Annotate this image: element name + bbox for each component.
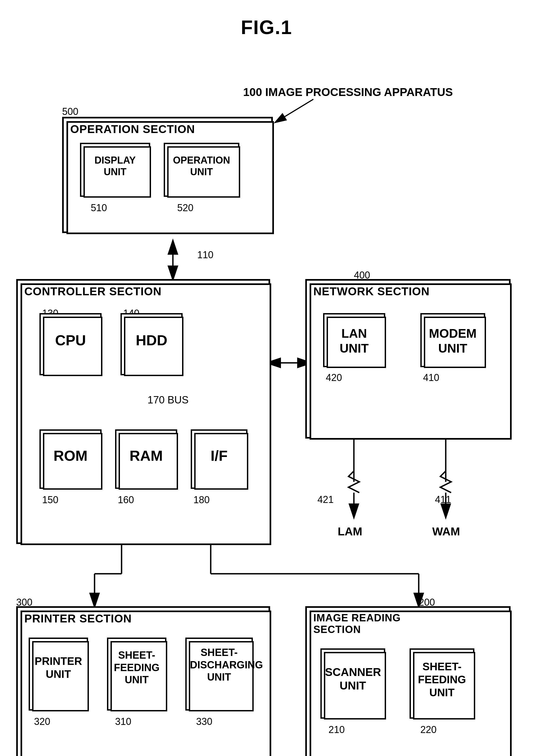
operation-section-title: OPERATION SECTION bbox=[64, 119, 271, 138]
printer-unit-ref: 320 bbox=[34, 716, 50, 727]
sheet-feeding-unit-reading-box: SHEET-FEEDINGUNIT bbox=[410, 648, 474, 719]
sheet-feeding-unit-printer-box: SHEET-FEEDINGUNIT bbox=[107, 637, 166, 711]
ref-411: 411 bbox=[435, 494, 451, 505]
lan-unit-label: LANUNIT bbox=[324, 324, 384, 358]
printer-section-title: PRINTER SECTION bbox=[18, 608, 268, 627]
modem-unit-box: MODEMUNIT bbox=[420, 313, 485, 367]
hdd-box: HDD bbox=[120, 313, 183, 375]
operation-section: OPERATION SECTION DISPLAYUNIT 510 OPERAT… bbox=[62, 117, 273, 233]
if-ref: 180 bbox=[193, 494, 210, 506]
apparatus-label: 100 IMAGE PROCESSING APPARATUS bbox=[243, 86, 453, 99]
modem-unit-label: MODEMUNIT bbox=[422, 324, 484, 358]
page-title: FIG.1 bbox=[0, 0, 533, 39]
if-box: I/F bbox=[191, 429, 247, 489]
printer-unit-box: PRINTERUNIT bbox=[29, 637, 88, 711]
ram-ref: 160 bbox=[118, 494, 134, 506]
operation-unit-box: OPERATIONUNIT bbox=[164, 143, 239, 197]
if-label: I/F bbox=[192, 445, 246, 467]
network-section: NETWORK SECTION LANUNIT 420 MODEMUNIT 41… bbox=[305, 279, 511, 439]
operation-unit-label: OPERATIONUNIT bbox=[165, 152, 238, 180]
rom-label: ROM bbox=[41, 445, 100, 467]
operation-section-ref: 500 bbox=[62, 106, 78, 117]
cpu-box: CPU bbox=[39, 313, 102, 375]
rom-ref: 150 bbox=[42, 494, 58, 506]
sheet-discharging-ref: 330 bbox=[196, 716, 212, 727]
cpu-label: CPU bbox=[41, 329, 100, 351]
svg-line-3 bbox=[276, 99, 313, 122]
sheet-feeding-unit-printer-label: SHEET-FEEDINGUNIT bbox=[108, 647, 165, 688]
scanner-unit-box: SCANNERUNIT bbox=[320, 648, 385, 719]
lan-unit-ref: 420 bbox=[326, 372, 342, 383]
controller-section-title: CONTROLLER SECTION bbox=[18, 281, 268, 300]
scanner-unit-ref: 210 bbox=[328, 724, 345, 736]
sheet-discharging-unit-box: SHEET-DISCHARGINGUNIT bbox=[185, 637, 253, 711]
sheet-feeding-unit-reading-label: SHEET-FEEDINGUNIT bbox=[411, 658, 473, 701]
wam-label: WAM bbox=[432, 525, 460, 538]
ref-110: 110 bbox=[197, 249, 214, 261]
ram-box: RAM bbox=[115, 429, 177, 489]
network-section-title: NETWORK SECTION bbox=[307, 281, 509, 300]
sheet-discharging-label: SHEET-DISCHARGINGUNIT bbox=[187, 644, 251, 686]
image-reading-section-title: IMAGE READINGSECTION bbox=[307, 608, 509, 637]
scanner-unit-label: SCANNERUNIT bbox=[322, 663, 384, 695]
rom-box: ROM bbox=[39, 429, 102, 489]
bus-label: 170 BUS bbox=[147, 394, 189, 406]
ref-421: 421 bbox=[317, 494, 334, 505]
hdd-label: HDD bbox=[122, 329, 181, 351]
printer-unit-label: PRINTERUNIT bbox=[30, 652, 87, 683]
controller-section: CONTROLLER SECTION CPU 130 HDD 140 170 B… bbox=[16, 279, 270, 544]
ram-label: RAM bbox=[116, 445, 176, 467]
display-unit-box: DISPLAYUNIT bbox=[80, 143, 150, 197]
lan-unit-box: LANUNIT bbox=[323, 313, 385, 367]
operation-unit-ref: 520 bbox=[177, 202, 193, 214]
image-reading-section: IMAGE READINGSECTION SCANNERUNIT 210 SHE… bbox=[305, 606, 511, 756]
display-unit-label: DISPLAYUNIT bbox=[81, 152, 149, 180]
printer-section: PRINTER SECTION PRINTERUNIT 320 SHEET-FE… bbox=[16, 606, 270, 756]
sheet-feeding-reading-ref: 220 bbox=[420, 724, 437, 736]
modem-unit-ref: 410 bbox=[423, 372, 439, 383]
lam-label: LAM bbox=[338, 525, 362, 538]
display-unit-ref: 510 bbox=[91, 202, 107, 214]
sheet-feeding-printer-ref: 310 bbox=[115, 716, 131, 727]
